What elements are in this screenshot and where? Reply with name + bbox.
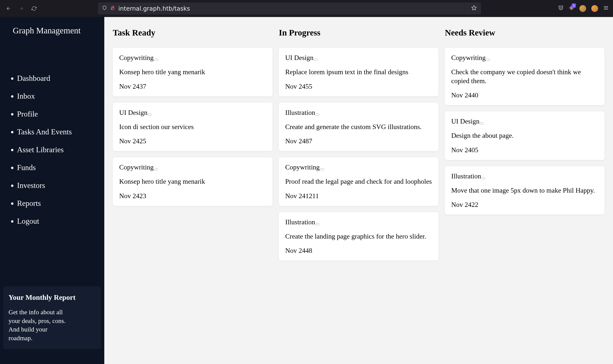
extension-icon[interactable]: 5 <box>569 5 574 12</box>
app-title: Graph Management <box>0 26 104 36</box>
task-card[interactable]: UI Design Icon di section our services N… <box>113 103 272 151</box>
card-date: Nov 2423 <box>119 192 266 200</box>
card-desc: Check the company we copied doesn't thin… <box>451 68 598 85</box>
sidebar-item-logout[interactable]: Logout <box>17 217 104 226</box>
extension-avatar-icon[interactable] <box>591 5 598 12</box>
hamburger-menu-icon[interactable] <box>603 5 609 12</box>
sidebar-item-profile[interactable]: Profile <box>17 109 104 118</box>
url-text: internal.graph.htb/tasks <box>118 5 468 12</box>
sidebar-item-investors[interactable]: Investors <box>17 181 104 190</box>
column-title: In Progress <box>279 28 438 38</box>
kanban-board: Task Ready Copywriting Konsep hero title… <box>113 28 604 267</box>
task-card[interactable]: UI Design Replace lorem ipsum text in th… <box>279 48 438 96</box>
report-desc: Get the info about all your deals, pros,… <box>9 308 72 342</box>
card-desc: Proof read the legal page and check for … <box>285 177 432 186</box>
card-tag: UI Design <box>451 117 598 125</box>
card-desc: Konsep hero title yang menarik <box>119 68 266 77</box>
shield-icon[interactable] <box>102 6 107 12</box>
card-tag: Illustration <box>285 218 432 226</box>
sidebar-item-dashboard[interactable]: Dashboard <box>17 74 104 83</box>
card-tag: Copywriting <box>119 163 266 171</box>
monthly-report-card[interactable]: Your Monthly Report Get the info about a… <box>3 286 101 349</box>
tag-icon <box>481 177 485 179</box>
sidebar: Graph Management Dashboard Inbox Profile… <box>0 17 104 364</box>
main-content: Task Ready Copywriting Konsep hero title… <box>104 17 613 364</box>
card-date: Nov 2405 <box>451 146 598 154</box>
tag-icon <box>154 59 158 61</box>
card-date: Nov 2425 <box>119 137 266 145</box>
card-tag: UI Design <box>285 54 432 62</box>
task-card[interactable]: Copywriting Konsep hero title yang menar… <box>113 157 272 206</box>
task-card[interactable]: Illustration Move that one image 5px dow… <box>445 166 604 215</box>
report-title: Your Monthly Report <box>9 293 96 302</box>
column-title: Task Ready <box>113 28 272 38</box>
tag-icon <box>148 114 151 116</box>
sidebar-item-reports[interactable]: Reports <box>17 199 104 208</box>
card-tag: Copywriting <box>451 54 598 62</box>
card-desc: Replace lorem ipsum text in the final de… <box>285 68 432 77</box>
extension-badge: 5 <box>572 3 576 8</box>
task-card[interactable]: UI Design Design the about page. Nov 240… <box>445 111 604 160</box>
card-date: Nov 2448 <box>285 247 432 255</box>
pocket-icon[interactable] <box>558 5 564 12</box>
card-desc: Create the landing page graphics for the… <box>285 232 432 241</box>
column-in-progress: In Progress UI Design Replace lorem ipsu… <box>279 28 438 267</box>
card-date: Nov 2487 <box>285 137 432 145</box>
column-task-ready: Task Ready Copywriting Konsep hero title… <box>113 28 272 267</box>
card-desc: Konsep hero title yang menarik <box>119 177 266 186</box>
card-tag: UI Design <box>119 109 266 117</box>
svg-marker-2 <box>472 6 476 10</box>
card-desc: Move that one image 5px down to make Phi… <box>451 186 598 195</box>
tag-icon <box>315 114 319 116</box>
task-card[interactable]: Copywriting Proof read the legal page an… <box>279 157 438 206</box>
app-container: Graph Management Dashboard Inbox Profile… <box>0 17 613 364</box>
tag-icon <box>154 168 158 170</box>
tag-icon <box>315 223 319 225</box>
card-date: Nov 241211 <box>285 192 432 200</box>
lock-insecure-icon[interactable] <box>110 6 115 12</box>
card-date: Nov 2440 <box>451 91 598 99</box>
card-date: Nov 2422 <box>451 201 598 208</box>
task-card[interactable]: Copywriting Check the company we copied … <box>445 48 604 105</box>
tag-icon <box>314 59 318 61</box>
card-desc: Create and generate the custom SVG illus… <box>285 122 432 131</box>
sidebar-item-assets[interactable]: Asset Libraries <box>17 145 104 154</box>
tag-icon <box>480 122 484 124</box>
back-button[interactable] <box>4 6 13 11</box>
tag-icon <box>320 168 324 170</box>
sidebar-item-funds[interactable]: Funds <box>17 163 104 172</box>
address-bar[interactable]: internal.graph.htb/tasks <box>98 2 481 14</box>
card-date: Nov 2437 <box>119 82 266 90</box>
column-title: Needs Review <box>445 28 604 38</box>
cookie-extension-icon[interactable] <box>579 5 586 12</box>
forward-button[interactable] <box>17 6 26 11</box>
reload-button[interactable] <box>30 6 38 11</box>
sidebar-item-tasks[interactable]: Tasks And Events <box>17 127 104 136</box>
card-tag: Illustration <box>285 109 432 117</box>
browser-toolbar-right: 5 <box>558 5 609 12</box>
task-card[interactable]: Copywriting Konsep hero title yang menar… <box>113 48 272 96</box>
bookmark-star-icon[interactable] <box>471 5 477 12</box>
card-tag: Illustration <box>451 172 598 180</box>
tag-icon <box>486 59 490 61</box>
browser-toolbar: internal.graph.htb/tasks 5 <box>0 0 613 17</box>
card-desc: Design the about page. <box>451 131 598 140</box>
column-needs-review: Needs Review Copywriting Check the compa… <box>445 28 604 267</box>
card-desc: Icon di section our services <box>119 122 266 131</box>
card-date: Nov 2455 <box>285 82 432 90</box>
card-tag: Copywriting <box>119 54 266 62</box>
task-card[interactable]: Illustration Create the landing page gra… <box>279 212 438 261</box>
nav-list: Dashboard Inbox Profile Tasks And Events… <box>0 74 104 234</box>
sidebar-item-inbox[interactable]: Inbox <box>17 92 104 101</box>
task-card[interactable]: Illustration Create and generate the cus… <box>279 103 438 151</box>
card-tag: Copywriting <box>285 163 432 171</box>
